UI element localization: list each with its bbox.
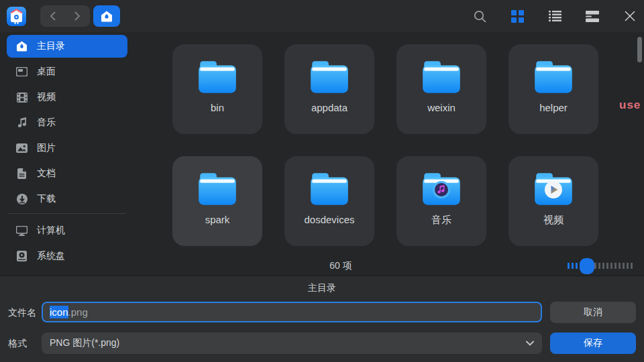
folder-tile[interactable]: helper xyxy=(508,44,598,134)
icon-size-slider[interactable] xyxy=(568,258,635,274)
folder-icon xyxy=(307,170,352,208)
search-icon[interactable] xyxy=(472,9,487,23)
sidebar-item-label: 计算机 xyxy=(37,225,65,237)
status-bar: 60 项 xyxy=(0,256,644,276)
folder-name: helper xyxy=(539,102,568,113)
close-icon[interactable] xyxy=(623,9,637,23)
sidebar-item-label: 主目录 xyxy=(37,40,65,52)
folder-icon xyxy=(195,170,239,208)
current-location-label: 主目录 xyxy=(0,276,644,294)
save-button[interactable]: 保存 xyxy=(550,333,636,354)
forward-button[interactable] xyxy=(65,5,90,27)
sidebar-item-desktop[interactable]: 桌面 xyxy=(7,60,127,83)
music-folder-icon xyxy=(419,170,464,208)
folder-tile[interactable]: spark xyxy=(172,156,262,246)
sidebar-item-home[interactable]: 主目录 xyxy=(7,35,127,58)
sidebar-divider xyxy=(8,213,126,214)
folder-icon xyxy=(419,58,464,97)
titlebar xyxy=(0,0,644,32)
overlay-red-text: use xyxy=(619,99,644,112)
sidebar-item-music[interactable]: 音乐 xyxy=(7,111,127,134)
folder-tile[interactable]: weixin xyxy=(396,44,486,134)
filename-input[interactable]: icon.png xyxy=(42,302,542,322)
folder-name: 视频 xyxy=(543,214,564,227)
folder-icon xyxy=(195,58,239,97)
folder-tile[interactable]: 视频 xyxy=(508,156,598,246)
save-dialog-footer: 主目录 文件名 icon.png 取消 格式 PNG 图片(*.png) 保存 xyxy=(0,276,644,362)
file-grid: bin appdata weixin helper spark dosdevic… xyxy=(134,32,644,256)
folder-name: appdata xyxy=(311,102,347,113)
cancel-button[interactable]: 取消 xyxy=(550,302,636,323)
sidebar-item-pictures[interactable]: 图片 xyxy=(7,137,127,160)
music-note-icon xyxy=(16,117,28,129)
folder-name: spark xyxy=(205,214,230,225)
folder-icon xyxy=(531,58,576,97)
chevron-down-icon xyxy=(526,341,534,346)
titlebar-actions xyxy=(472,5,637,27)
video-folder-icon xyxy=(531,170,576,208)
scrollbar-thumb[interactable] xyxy=(637,37,642,62)
home-button[interactable] xyxy=(93,5,120,27)
folder-name: 音乐 xyxy=(431,214,451,227)
app-logo-icon xyxy=(7,7,26,26)
video-badge-icon xyxy=(544,180,563,202)
download-icon xyxy=(16,194,28,205)
document-icon xyxy=(16,168,28,180)
filename-label: 文件名 xyxy=(8,302,36,323)
item-count: 60 项 xyxy=(329,260,352,272)
sidebar-item-label: 视频 xyxy=(37,91,56,103)
sidebar-item-label: 文档 xyxy=(37,168,56,180)
folder-tile[interactable]: appdata xyxy=(284,44,374,134)
sidebar-item-videos[interactable]: 视频 xyxy=(7,86,127,109)
folder-name: bin xyxy=(211,102,224,113)
folder-tile[interactable]: 音乐 xyxy=(396,156,486,246)
list-view-icon[interactable] xyxy=(547,9,562,23)
nav-history-group xyxy=(40,5,90,27)
folder-name: dosdevices xyxy=(304,214,354,225)
filename-extension-text: .png xyxy=(68,306,88,318)
home-icon xyxy=(16,41,28,52)
sidebar-item-label: 下载 xyxy=(37,193,56,205)
sidebar-item-computer[interactable]: 计算机 xyxy=(7,219,127,242)
detail-view-icon[interactable] xyxy=(585,9,600,23)
music-badge-icon xyxy=(432,180,451,202)
folder-tile[interactable]: dosdevices xyxy=(284,156,374,246)
sidebar-item-label: 音乐 xyxy=(37,117,56,129)
folder-icon xyxy=(307,58,352,97)
image-icon xyxy=(16,143,28,154)
sidebar-item-label: 桌面 xyxy=(37,66,56,78)
sidebar-item-downloads[interactable]: 下载 xyxy=(7,188,127,210)
computer-icon xyxy=(16,225,28,237)
format-label: 格式 xyxy=(8,333,27,354)
film-icon xyxy=(16,92,28,103)
format-value: PNG 图片(*.png) xyxy=(50,337,119,349)
back-button[interactable] xyxy=(40,5,65,27)
sidebar-item-documents[interactable]: 文档 xyxy=(7,162,127,185)
slider-ticks-active xyxy=(568,263,580,269)
sidebar-item-label: 图片 xyxy=(37,142,56,154)
folder-name: weixin xyxy=(427,102,455,113)
folder-tile[interactable]: bin xyxy=(172,44,262,134)
slider-thumb[interactable] xyxy=(580,258,594,274)
slider-ticks-inactive xyxy=(594,263,635,269)
grid-view-icon[interactable] xyxy=(510,9,525,23)
format-dropdown[interactable]: PNG 图片(*.png) xyxy=(42,333,542,354)
desktop-icon xyxy=(16,66,28,78)
sidebar: 主目录 桌面 视频 音乐 图片 文档 下载 计算机 系统盘 157.9 GB 卷 xyxy=(0,32,134,276)
filename-selected-text: icon xyxy=(50,306,68,318)
home-icon xyxy=(101,11,113,22)
